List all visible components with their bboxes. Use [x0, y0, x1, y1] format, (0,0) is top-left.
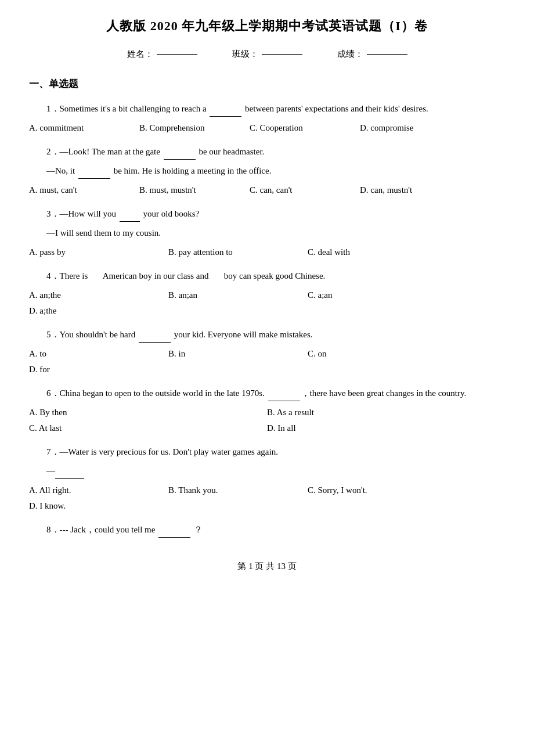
option-2a: A. must, can't [29, 182, 134, 198]
class-underline [262, 54, 302, 55]
question-4-text: 4．There is American boy in our class and… [29, 268, 505, 284]
question-5-text: 5．You shouldn't be hard your kid. Everyo… [29, 327, 505, 343]
blank-3a [120, 221, 140, 222]
option-4b: B. an;an [168, 287, 302, 303]
question-2-text1: 2．—Look! The man at the gate be our head… [29, 144, 505, 160]
option-5d: D. for [29, 362, 163, 377]
question-2-text2: —No, it be him. He is holding a meeting … [29, 163, 505, 179]
option-4d: D. a;the [29, 303, 163, 319]
question-6-options: A. By then B. As a result C. At last D. … [29, 405, 505, 436]
question-3-text1: 3．—How will you your old books? [29, 206, 505, 222]
option-5b: B. in [168, 346, 302, 362]
score-field: 成绩： [337, 49, 407, 60]
question-8: 8．--- Jack，could you tell me ？ [29, 522, 505, 538]
question-3: 3．—How will you your old books? —I will … [29, 206, 505, 260]
question-6-text: 6．China began to open to the outside wor… [29, 386, 505, 401]
option-2c: C. can, can't [250, 182, 354, 198]
blank-7 [55, 478, 84, 479]
blank-2a [164, 159, 196, 160]
section1-title: 一、单选题 [29, 77, 505, 91]
question-5-options: A. to B. in C. on D. for [29, 346, 505, 377]
class-field: 班级： [232, 49, 302, 60]
option-6b: B. As a result [267, 405, 505, 420]
option-7a: A. All right. [29, 483, 163, 498]
score-underline [367, 54, 407, 55]
option-5a: A. to [29, 346, 163, 362]
question-7-text2: — [29, 463, 505, 479]
option-1a: A. commitment [29, 120, 134, 136]
option-1d: D. compromise [360, 120, 464, 136]
option-4c: C. a;an [308, 287, 441, 303]
option-2b: B. must, mustn't [139, 182, 244, 198]
question-2: 2．—Look! The man at the gate be our head… [29, 144, 505, 198]
question-1: 1．Sometimes it's a bit challenging to re… [29, 101, 505, 136]
option-7d: D. I know. [29, 498, 163, 514]
question-4: 4．There is American boy in our class and… [29, 268, 505, 319]
page-title: 人教版 2020 年九年级上学期期中考试英语试题（I）卷 [29, 17, 505, 35]
question-6: 6．China began to open to the outside wor… [29, 386, 505, 436]
name-underline [157, 54, 197, 55]
blank-8 [158, 537, 190, 538]
question-2-options: A. must, can't B. must, mustn't C. can, … [29, 182, 505, 198]
section1: 一、单选题 1．Sometimes it's a bit challenging… [29, 77, 505, 538]
option-3a: A. pass by [29, 244, 163, 260]
header-info: 姓名： 班级： 成绩： [29, 49, 505, 60]
blank-2b [78, 178, 110, 179]
question-1-text: 1．Sometimes it's a bit challenging to re… [29, 101, 505, 117]
option-2d: D. can, mustn't [360, 182, 464, 198]
option-4a: A. an;the [29, 287, 163, 303]
name-field: 姓名： [127, 49, 197, 60]
question-7-options: A. All right. B. Thank you. C. Sorry, I … [29, 483, 505, 514]
question-3-options: A. pass by B. pay attention to C. deal w… [29, 244, 505, 260]
blank-5 [139, 342, 171, 343]
question-7-text1: 7．—Water is very precious for us. Don't … [29, 444, 505, 460]
page-footer: 第 1 页 共 13 页 [29, 561, 505, 572]
option-7b: B. Thank you. [168, 483, 302, 498]
option-3c: C. deal with [308, 244, 441, 260]
question-1-options: A. commitment B. Comprehension C. Cooper… [29, 120, 505, 136]
blank-1 [210, 116, 241, 117]
question-8-text: 8．--- Jack，could you tell me ？ [29, 522, 505, 538]
option-1b: B. Comprehension [139, 120, 244, 136]
option-6c: C. At last [29, 420, 267, 436]
question-3-text2: —I will send them to my cousin. [29, 225, 505, 241]
option-6a: A. By then [29, 405, 267, 420]
question-4-options: A. an;the B. an;an C. a;an D. a;the [29, 287, 505, 319]
option-7c: C. Sorry, I won't. [308, 483, 441, 498]
blank-6 [268, 401, 300, 401]
question-7: 7．—Water is very precious for us. Don't … [29, 444, 505, 514]
option-1c: C. Cooperation [250, 120, 354, 136]
option-5c: C. on [308, 346, 441, 362]
option-6d: D. In all [267, 420, 505, 436]
question-5: 5．You shouldn't be hard your kid. Everyo… [29, 327, 505, 377]
option-3b: B. pay attention to [168, 244, 302, 260]
